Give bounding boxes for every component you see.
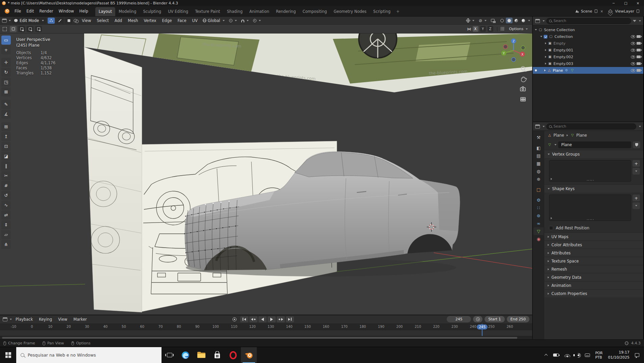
action-center-button[interactable] xyxy=(632,347,642,363)
viewport-canvas[interactable]: the-blueprints.com the-blueprints.com th… xyxy=(0,33,532,315)
tool-transform[interactable]: ⊠ xyxy=(1,87,11,96)
task-view-button[interactable] xyxy=(162,347,177,363)
tool-spin[interactable]: ↺ xyxy=(1,191,11,200)
file-explorer-taskbar-button[interactable] xyxy=(193,347,209,363)
mirror-y-toggle[interactable]: Y xyxy=(480,26,486,32)
tray-expand-button[interactable] xyxy=(543,347,550,363)
properties-tab-render[interactable]: ◧ xyxy=(534,144,544,152)
current-frame-field[interactable]: 245 xyxy=(447,316,471,322)
section-texture-space[interactable]: Texture Space xyxy=(544,257,643,265)
workspace-tab-texture-paint[interactable]: Texture Paint xyxy=(192,7,223,16)
fake-user-toggle[interactable] xyxy=(633,141,640,148)
expand-icon[interactable] xyxy=(545,56,546,58)
current-frame-badge[interactable]: 245 xyxy=(477,324,488,330)
list-filter-icon[interactable] xyxy=(551,217,552,219)
face-select-mode-button[interactable] xyxy=(65,18,72,24)
collection-checkbox[interactable] xyxy=(544,35,547,39)
maximize-button[interactable]: □ xyxy=(620,0,632,6)
properties-tab-particles[interactable]: ∷ xyxy=(534,204,544,212)
shading-wireframe-button[interactable] xyxy=(499,18,505,23)
volume-indicator[interactable] xyxy=(573,347,582,363)
outliner-search-input[interactable] xyxy=(553,19,628,23)
menu-render[interactable]: Render xyxy=(37,8,56,15)
hide-eye-toggle[interactable] xyxy=(631,69,635,72)
play-button[interactable] xyxy=(268,316,276,322)
properties-options-caret[interactable] xyxy=(639,126,641,127)
workspace-tab-scripting[interactable]: Scripting xyxy=(370,7,394,16)
prev-keyframe-button[interactable] xyxy=(249,316,257,322)
outliner-options-caret[interactable] xyxy=(639,20,641,22)
viewport-menu-select[interactable]: Select xyxy=(95,17,111,24)
outliner-row-scene-collection[interactable]: ▢ Scene Collection xyxy=(533,26,643,33)
breadcrumb-object[interactable]: Plane xyxy=(553,133,564,138)
timeline-menu-playback[interactable]: Playback xyxy=(13,316,35,323)
filter-icon[interactable] xyxy=(633,20,636,22)
workspace-tab-modeling[interactable]: Modeling xyxy=(115,7,140,16)
datablock-name-field[interactable]: Plane xyxy=(558,141,631,148)
menu-window[interactable]: Window xyxy=(56,8,76,15)
camera-visibility-toggle[interactable] xyxy=(637,69,641,72)
hide-eye-toggle[interactable] xyxy=(631,42,635,45)
jump-to-end-button[interactable] xyxy=(286,316,294,322)
workspace-tab-uv-editing[interactable]: UV Editing xyxy=(165,7,192,16)
pivot-point-dropdown[interactable] xyxy=(227,18,239,23)
outliner-row-empty-001[interactable]: ▣ Empty.001 xyxy=(533,47,643,53)
outliner-search[interactable] xyxy=(546,18,631,24)
expand-icon[interactable] xyxy=(535,29,537,30)
tool-smooth[interactable]: ∿ xyxy=(1,201,11,210)
list-filter-icon[interactable] xyxy=(551,178,552,180)
tool-shrink-fatten[interactable]: ⇕ xyxy=(1,220,11,229)
transform-orientation-dropdown[interactable]: Global xyxy=(201,18,226,24)
camera-visibility-toggle[interactable] xyxy=(637,42,641,45)
outliner-row-empty[interactable]: ▣ Empty xyxy=(533,40,643,47)
properties-search-input[interactable] xyxy=(553,124,634,129)
hide-eye-toggle[interactable] xyxy=(631,49,635,52)
shading-solid-button[interactable] xyxy=(506,18,513,23)
tool-rotate[interactable]: ↻ xyxy=(1,68,11,77)
section-vertex-groups[interactable]: Vertex Groups xyxy=(544,150,643,158)
tool-select-box[interactable]: ▭ xyxy=(1,36,11,45)
workspace-tab-geometry-nodes[interactable]: Geometry Nodes xyxy=(330,7,370,16)
tool-annotate[interactable]: ✎ xyxy=(1,100,11,109)
outliner-editor-icon[interactable] xyxy=(535,19,540,23)
wifi-indicator[interactable] xyxy=(562,347,573,363)
add-rest-position-checkbox[interactable]: Add Rest Position xyxy=(544,224,643,232)
tool-add-cube[interactable]: ⊞ xyxy=(1,122,11,131)
shading-caret[interactable] xyxy=(528,20,530,21)
viewport-menu-mesh[interactable]: Mesh xyxy=(125,17,140,24)
shape-key-specials-button[interactable] xyxy=(633,202,640,209)
preview-range-toggle[interactable] xyxy=(473,316,482,322)
workspace-tab-layout[interactable]: Layout xyxy=(95,7,115,16)
workspace-tab-rendering[interactable]: Rendering xyxy=(273,7,299,16)
mode-selector[interactable]: Edit Mode xyxy=(12,18,46,24)
workspace-tab-compositing[interactable]: Compositing xyxy=(299,7,330,16)
taskbar-clock[interactable]: 19:17 01/10/2025 xyxy=(605,347,632,363)
timeline-ruler[interactable]: -100102030405060708090100110120130140150… xyxy=(0,324,532,330)
menu-help[interactable]: Help xyxy=(77,8,91,15)
snap-grid-icon[interactable] xyxy=(501,27,504,31)
section-remesh[interactable]: Remesh xyxy=(544,265,643,273)
taskbar-search-input[interactable] xyxy=(28,353,157,358)
xray-toggle[interactable] xyxy=(489,18,496,23)
properties-tab-object[interactable]: □ xyxy=(534,186,544,194)
properties-editor-icon[interactable] xyxy=(535,124,540,129)
tool-bevel[interactable]: ◪ xyxy=(1,152,11,161)
tool-inset-faces[interactable]: ⊡ xyxy=(1,142,11,151)
timeline-editor-icon[interactable] xyxy=(3,317,7,321)
opera-taskbar-button[interactable] xyxy=(225,347,241,363)
edge-select-mode-button[interactable] xyxy=(56,18,64,24)
select-intersect-button[interactable] xyxy=(35,26,42,32)
tool-scale[interactable]: ◳ xyxy=(1,77,11,87)
taskbar-search[interactable] xyxy=(16,347,162,363)
expand-icon[interactable] xyxy=(545,63,546,65)
blender-menu-icon[interactable] xyxy=(5,9,9,14)
timeline-menu-marker[interactable]: Marker xyxy=(71,316,89,323)
vertex-groups-list[interactable] xyxy=(549,160,631,182)
properties-tab-scene[interactable]: ◍ xyxy=(534,167,544,175)
new-scene-button[interactable] xyxy=(595,9,597,13)
select-set-button[interactable] xyxy=(10,26,17,32)
hide-eye-toggle[interactable] xyxy=(631,55,635,59)
list-resize-grip[interactable] xyxy=(587,180,594,181)
properties-tab-modifiers[interactable]: ⚙ xyxy=(534,196,544,204)
section-color-attributes[interactable]: Color Attributes xyxy=(544,241,643,249)
